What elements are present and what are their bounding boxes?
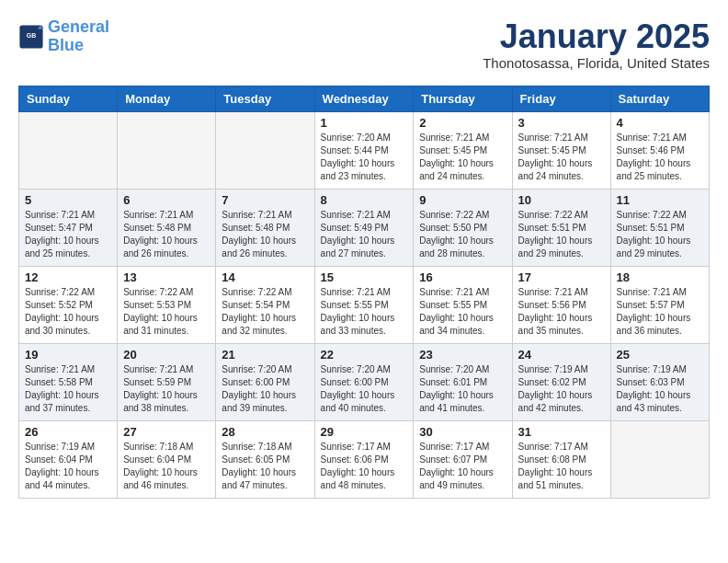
day-number: 17	[518, 270, 605, 284]
day-info: Sunrise: 7:22 AM Sunset: 5:54 PM Dayligh…	[222, 286, 308, 338]
day-info: Sunrise: 7:17 AM Sunset: 6:07 PM Dayligh…	[419, 441, 506, 492]
calendar-cell: 22Sunrise: 7:20 AM Sunset: 6:00 PM Dayli…	[314, 343, 414, 420]
day-number: 22	[321, 348, 408, 362]
header-wednesday: Wednesday	[314, 86, 414, 111]
calendar-cell: 30Sunrise: 7:17 AM Sunset: 6:07 PM Dayli…	[414, 420, 512, 498]
day-info: Sunrise: 7:22 AM Sunset: 5:51 PM Dayligh…	[617, 209, 703, 260]
logo-text: General Blue	[48, 18, 109, 55]
calendar-cell: 17Sunrise: 7:21 AM Sunset: 5:56 PM Dayli…	[512, 266, 610, 343]
header-friday: Friday	[512, 86, 610, 111]
calendar-cell: 10Sunrise: 7:22 AM Sunset: 5:51 PM Dayli…	[512, 189, 610, 266]
day-number: 28	[222, 425, 308, 439]
title-block: January 2025 Thonotosassa, Florida, Unit…	[483, 18, 710, 71]
day-info: Sunrise: 7:18 AM Sunset: 6:05 PM Dayligh…	[222, 441, 308, 492]
day-number: 25	[617, 348, 703, 362]
calendar-cell: 28Sunrise: 7:18 AM Sunset: 6:05 PM Dayli…	[216, 420, 314, 498]
day-number: 11	[617, 193, 703, 207]
day-number: 5	[25, 193, 111, 207]
calendar-cell: 8Sunrise: 7:21 AM Sunset: 5:49 PM Daylig…	[314, 189, 414, 266]
day-info: Sunrise: 7:21 AM Sunset: 5:45 PM Dayligh…	[518, 132, 605, 183]
calendar-cell: 5Sunrise: 7:21 AM Sunset: 5:47 PM Daylig…	[19, 189, 118, 266]
day-number: 8	[321, 193, 408, 207]
day-info: Sunrise: 7:20 AM Sunset: 6:01 PM Dayligh…	[419, 363, 506, 415]
day-number: 29	[321, 425, 408, 439]
location-subtitle: Thonotosassa, Florida, United States	[483, 55, 710, 71]
day-info: Sunrise: 7:21 AM Sunset: 5:58 PM Dayligh…	[25, 363, 111, 415]
calendar-week-1: 1Sunrise: 7:20 AM Sunset: 5:44 PM Daylig…	[19, 111, 710, 189]
calendar-cell	[216, 111, 314, 189]
day-number: 18	[617, 270, 703, 284]
day-number: 10	[518, 193, 605, 207]
day-info: Sunrise: 7:21 AM Sunset: 5:57 PM Dayligh…	[617, 286, 703, 338]
day-info: Sunrise: 7:19 AM Sunset: 6:03 PM Dayligh…	[617, 363, 703, 415]
logo-line1: General	[48, 17, 109, 36]
day-info: Sunrise: 7:21 AM Sunset: 5:55 PM Dayligh…	[419, 286, 506, 338]
calendar-week-5: 26Sunrise: 7:19 AM Sunset: 6:04 PM Dayli…	[19, 420, 710, 498]
logo-icon: GB	[18, 24, 44, 50]
calendar-cell: 27Sunrise: 7:18 AM Sunset: 6:04 PM Dayli…	[118, 420, 216, 498]
calendar-cell: 9Sunrise: 7:22 AM Sunset: 5:50 PM Daylig…	[414, 189, 512, 266]
day-info: Sunrise: 7:18 AM Sunset: 6:04 PM Dayligh…	[123, 441, 210, 492]
calendar-cell: 12Sunrise: 7:22 AM Sunset: 5:52 PM Dayli…	[19, 266, 118, 343]
day-number: 2	[419, 116, 506, 130]
calendar-cell: 29Sunrise: 7:17 AM Sunset: 6:06 PM Dayli…	[314, 420, 414, 498]
day-info: Sunrise: 7:22 AM Sunset: 5:53 PM Dayligh…	[123, 286, 210, 338]
day-info: Sunrise: 7:22 AM Sunset: 5:52 PM Dayligh…	[25, 286, 111, 338]
calendar-cell: 21Sunrise: 7:20 AM Sunset: 6:00 PM Dayli…	[216, 343, 314, 420]
page-header: GB General Blue January 2025 Thonotosass…	[18, 18, 710, 71]
calendar-cell: 14Sunrise: 7:22 AM Sunset: 5:54 PM Dayli…	[216, 266, 314, 343]
calendar-cell: 23Sunrise: 7:20 AM Sunset: 6:01 PM Dayli…	[414, 343, 512, 420]
svg-text:GB: GB	[27, 32, 37, 39]
calendar-cell: 24Sunrise: 7:19 AM Sunset: 6:02 PM Dayli…	[512, 343, 610, 420]
day-number: 1	[321, 116, 408, 130]
day-info: Sunrise: 7:20 AM Sunset: 6:00 PM Dayligh…	[321, 363, 408, 415]
calendar-cell: 4Sunrise: 7:21 AM Sunset: 5:46 PM Daylig…	[610, 111, 709, 189]
day-info: Sunrise: 7:21 AM Sunset: 5:46 PM Dayligh…	[617, 132, 703, 183]
day-info: Sunrise: 7:21 AM Sunset: 5:59 PM Dayligh…	[123, 363, 210, 415]
logo-line2: Blue	[48, 36, 84, 54]
calendar-cell: 15Sunrise: 7:21 AM Sunset: 5:55 PM Dayli…	[314, 266, 414, 343]
day-number: 30	[419, 425, 506, 439]
calendar-cell: 19Sunrise: 7:21 AM Sunset: 5:58 PM Dayli…	[19, 343, 118, 420]
day-info: Sunrise: 7:21 AM Sunset: 5:49 PM Dayligh…	[321, 209, 408, 260]
calendar-cell: 26Sunrise: 7:19 AM Sunset: 6:04 PM Dayli…	[19, 420, 118, 498]
calendar-header-row: SundayMondayTuesdayWednesdayThursdayFrid…	[19, 86, 710, 111]
day-number: 21	[222, 348, 308, 362]
calendar-cell: 6Sunrise: 7:21 AM Sunset: 5:48 PM Daylig…	[118, 189, 216, 266]
month-title: January 2025	[483, 18, 710, 55]
calendar-cell: 13Sunrise: 7:22 AM Sunset: 5:53 PM Dayli…	[118, 266, 216, 343]
calendar-week-2: 5Sunrise: 7:21 AM Sunset: 5:47 PM Daylig…	[19, 189, 710, 266]
day-info: Sunrise: 7:20 AM Sunset: 5:44 PM Dayligh…	[321, 132, 408, 183]
calendar-week-3: 12Sunrise: 7:22 AM Sunset: 5:52 PM Dayli…	[19, 266, 710, 343]
calendar-cell	[610, 420, 709, 498]
calendar-cell: 2Sunrise: 7:21 AM Sunset: 5:45 PM Daylig…	[414, 111, 512, 189]
calendar-cell: 11Sunrise: 7:22 AM Sunset: 5:51 PM Dayli…	[610, 189, 709, 266]
day-number: 16	[419, 270, 506, 284]
calendar-table: SundayMondayTuesdayWednesdayThursdayFrid…	[18, 86, 710, 499]
calendar-cell	[19, 111, 118, 189]
day-number: 6	[123, 193, 210, 207]
day-number: 9	[419, 193, 506, 207]
day-number: 12	[25, 270, 111, 284]
day-info: Sunrise: 7:22 AM Sunset: 5:51 PM Dayligh…	[518, 209, 605, 260]
day-number: 23	[419, 348, 506, 362]
calendar-cell: 7Sunrise: 7:21 AM Sunset: 5:48 PM Daylig…	[216, 189, 314, 266]
header-tuesday: Tuesday	[216, 86, 314, 111]
calendar-cell: 18Sunrise: 7:21 AM Sunset: 5:57 PM Dayli…	[610, 266, 709, 343]
day-info: Sunrise: 7:17 AM Sunset: 6:06 PM Dayligh…	[321, 441, 408, 492]
day-number: 13	[123, 270, 210, 284]
header-sunday: Sunday	[19, 86, 118, 111]
day-number: 27	[123, 425, 210, 439]
day-number: 26	[25, 425, 111, 439]
day-number: 24	[518, 348, 605, 362]
calendar-cell: 20Sunrise: 7:21 AM Sunset: 5:59 PM Dayli…	[118, 343, 216, 420]
day-number: 15	[321, 270, 408, 284]
day-info: Sunrise: 7:21 AM Sunset: 5:45 PM Dayligh…	[419, 132, 506, 183]
day-info: Sunrise: 7:19 AM Sunset: 6:02 PM Dayligh…	[518, 363, 605, 415]
calendar-cell: 16Sunrise: 7:21 AM Sunset: 5:55 PM Dayli…	[414, 266, 512, 343]
day-info: Sunrise: 7:21 AM Sunset: 5:48 PM Dayligh…	[123, 209, 210, 260]
day-info: Sunrise: 7:21 AM Sunset: 5:55 PM Dayligh…	[321, 286, 408, 338]
day-number: 3	[518, 116, 605, 130]
day-info: Sunrise: 7:22 AM Sunset: 5:50 PM Dayligh…	[419, 209, 506, 260]
day-info: Sunrise: 7:17 AM Sunset: 6:08 PM Dayligh…	[518, 441, 605, 492]
